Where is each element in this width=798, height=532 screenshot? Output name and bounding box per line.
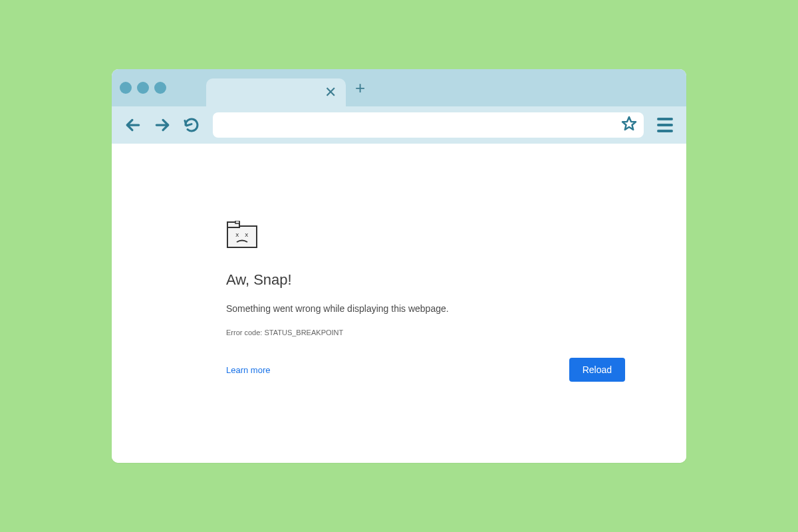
svg-rect-5	[235, 221, 239, 223]
error-block: x x Aw, Snap! Something went wrong while…	[226, 221, 625, 382]
window-close-dot[interactable]	[120, 82, 132, 94]
window-maximize-dot[interactable]	[154, 82, 166, 94]
browser-tab[interactable]: ✕	[206, 78, 346, 106]
page-content: x x Aw, Snap! Something went wrong while…	[112, 144, 686, 463]
window-minimize-dot[interactable]	[137, 82, 149, 94]
menu-icon	[657, 130, 673, 132]
menu-icon	[657, 118, 673, 120]
forward-button[interactable]	[150, 113, 174, 137]
arrow-right-icon	[154, 116, 171, 134]
new-tab-button[interactable]: +	[355, 78, 365, 98]
tab-strip: ✕ +	[112, 69, 686, 106]
address-bar[interactable]	[213, 112, 644, 138]
star-icon	[621, 116, 637, 132]
reload-nav-button[interactable]	[180, 113, 203, 137]
arrow-left-icon	[124, 116, 142, 134]
error-actions: Learn more Reload	[226, 358, 625, 382]
hamburger-menu-button[interactable]	[653, 113, 677, 137]
sad-folder-icon: x x	[226, 221, 625, 251]
menu-icon	[657, 124, 673, 126]
close-tab-icon[interactable]: ✕	[325, 85, 336, 100]
error-message: Something went wrong while displaying th…	[226, 303, 625, 314]
reload-button[interactable]: Reload	[569, 358, 625, 382]
learn-more-link[interactable]: Learn more	[226, 365, 270, 375]
svg-text:x: x	[235, 231, 239, 238]
toolbar	[112, 106, 686, 144]
svg-marker-2	[622, 117, 636, 130]
error-heading: Aw, Snap!	[226, 271, 625, 289]
bookmark-star-icon[interactable]	[621, 116, 637, 134]
window-controls	[120, 82, 166, 94]
browser-window: ✕ +	[112, 69, 686, 463]
svg-text:x: x	[245, 231, 249, 238]
back-button[interactable]	[121, 113, 145, 137]
reload-icon	[184, 117, 200, 133]
svg-rect-3	[227, 226, 257, 247]
error-code: Error code: STATUS_BREAKPOINT	[226, 329, 625, 336]
